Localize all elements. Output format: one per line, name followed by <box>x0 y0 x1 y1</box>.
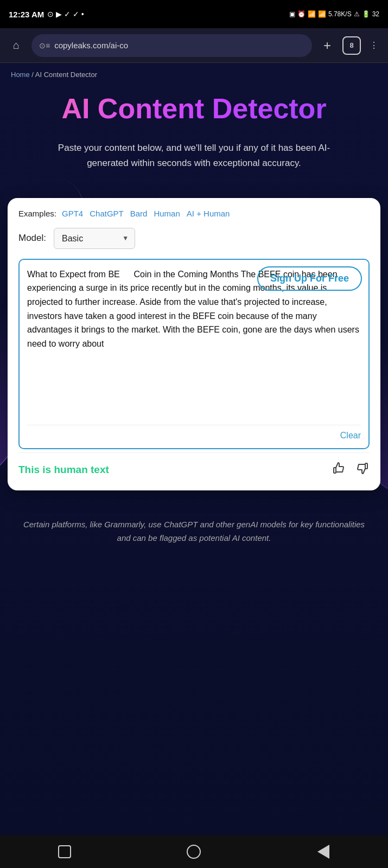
url-bar[interactable]: ⊙≡ copyleaks.com/ai-co <box>31 34 312 57</box>
signup-button[interactable]: Sign Up For Free <box>257 266 362 291</box>
status-right: ▣ ⏰ 📶 📶 5.78K/S ⚠ 🔋 32 <box>289 10 379 18</box>
examples-label: Examples: <box>18 209 56 218</box>
example-bard[interactable]: Bard <box>130 209 148 218</box>
url-security-icon: ⊙≡ <box>39 41 50 50</box>
battery-icon: 🔋 <box>362 10 370 18</box>
result-bar: This is human text <box>18 452 370 480</box>
example-human[interactable]: Human <box>154 209 180 218</box>
alarm-icon: ⏰ <box>297 10 306 18</box>
square-icon <box>58 845 71 858</box>
sim-icon: ▣ <box>289 10 295 18</box>
status-left: 12:23 AM ⊙ ▶ ✓ ✓ • <box>9 10 84 19</box>
example-gpt4[interactable]: GPT4 <box>62 209 83 218</box>
thumbs-up-icon[interactable] <box>332 461 347 480</box>
home-button[interactable]: ⌂ <box>7 36 26 55</box>
page-subtitle: Paste your content below, and we'll tell… <box>42 141 346 171</box>
browser-menu-button[interactable]: ⋮ <box>366 38 381 53</box>
text-input-area[interactable]: Sign Up For Free What to Expect from BEF… <box>18 259 370 449</box>
model-label: Model: <box>18 233 46 244</box>
hero-section: AI Content Detector Paste your content b… <box>0 82 388 187</box>
model-select-wrapper[interactable]: Basic Advanced <box>54 228 135 249</box>
bottom-nav <box>0 835 388 868</box>
status-bar: 12:23 AM ⊙ ▶ ✓ ✓ • ▣ ⏰ 📶 📶 5.78K/S ⚠ 🔋 3… <box>0 0 388 28</box>
example-chatgpt[interactable]: ChatGPT <box>90 209 124 218</box>
clear-button[interactable]: Clear <box>340 431 361 441</box>
signal2-icon: 📶 <box>318 10 326 18</box>
model-select[interactable]: Basic Advanced <box>54 228 135 249</box>
svg-rect-0 <box>334 468 336 473</box>
nav-back-button[interactable] <box>313 841 334 863</box>
model-row: Model: Basic Advanced <box>18 228 370 249</box>
new-tab-button[interactable]: + <box>317 36 337 55</box>
circle-icon <box>187 845 201 859</box>
url-text: copyleaks.com/ai-co <box>54 41 128 50</box>
result-text: This is human text <box>18 464 109 476</box>
status-icons: ⊙ ▶ ✓ ✓ • <box>47 10 84 18</box>
tabs-count-button[interactable]: 8 <box>342 36 361 55</box>
warning-icon: ⚠ <box>354 10 360 18</box>
breadcrumb: Home / AI Content Detector <box>0 63 388 82</box>
nav-square-button[interactable] <box>54 841 75 863</box>
svg-rect-1 <box>365 463 367 469</box>
clear-row: Clear <box>27 425 361 441</box>
page-title: AI Content Detector <box>16 93 372 125</box>
bottom-note-text: Certain platforms, like Grammarly, use C… <box>23 520 365 543</box>
nav-home-button[interactable] <box>183 841 205 863</box>
status-time: 12:23 AM <box>9 10 44 19</box>
browser-bar: ⌂ ⊙≡ copyleaks.com/ai-co + 8 ⋮ <box>0 28 388 63</box>
battery-level: 32 <box>372 10 379 18</box>
signal-icon: 📶 <box>308 10 316 18</box>
example-ai-human[interactable]: AI + Human <box>187 209 230 218</box>
examples-row: Examples: GPT4 ChatGPT Bard Human AI + H… <box>18 209 370 218</box>
bottom-note: Certain platforms, like Grammarly, use C… <box>0 507 388 567</box>
main-card: Examples: GPT4 ChatGPT Bard Human AI + H… <box>8 198 380 490</box>
breadcrumb-current: AI Content Detector <box>35 71 97 79</box>
feedback-icons <box>332 461 370 480</box>
breadcrumb-home-link[interactable]: Home <box>11 71 30 79</box>
thumbs-down-icon[interactable] <box>354 461 370 480</box>
triangle-icon <box>317 845 329 859</box>
page-content: Home / AI Content Detector AI Content De… <box>0 63 388 868</box>
speed-text: 5.78K/S <box>328 10 352 18</box>
